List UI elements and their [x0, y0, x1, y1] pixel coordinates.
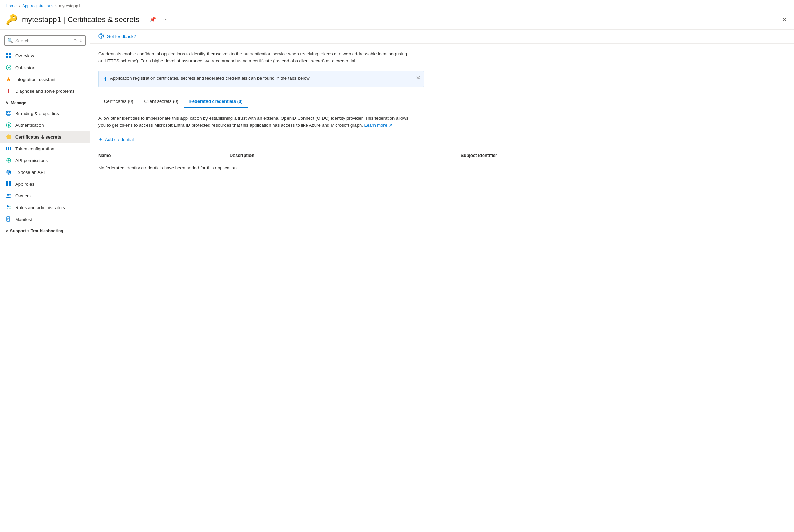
sidebar-item-integration-label: Integration assistant: [15, 77, 55, 82]
main-container: 🔍 ◇ « Overview: [0, 30, 794, 532]
learn-more-link[interactable]: Learn more ↗: [364, 123, 392, 128]
sidebar-item-app-roles[interactable]: App roles: [0, 178, 90, 190]
pin-button[interactable]: 📌: [148, 15, 158, 24]
svg-text:i: i: [9, 220, 9, 222]
svg-point-25: [7, 194, 9, 196]
svg-rect-2: [6, 56, 8, 58]
integration-icon: [6, 76, 12, 82]
sidebar-item-token[interactable]: Token configuration: [0, 143, 90, 154]
search-controls: ◇ «: [73, 37, 82, 44]
info-banner-close[interactable]: ✕: [416, 75, 420, 80]
svg-rect-14: [6, 147, 7, 150]
sidebar-item-authentication-label: Authentication: [15, 123, 44, 128]
sidebar-item-token-label: Token configuration: [15, 146, 54, 151]
sidebar-item-branding-label: Branding & properties: [15, 111, 59, 116]
col-name: Name: [98, 150, 230, 161]
info-icon: ℹ: [104, 76, 106, 82]
expose-api-icon: [6, 169, 12, 175]
page-header: 🔑 mytestapp1 | Certificates & secrets 📌 …: [0, 12, 794, 30]
svg-point-36: [101, 37, 102, 38]
sidebar-item-roles-admin-label: Roles and administrators: [15, 205, 65, 210]
feedback-bar[interactable]: Got feedback?: [90, 30, 794, 44]
search-collapse-btn[interactable]: «: [79, 37, 82, 44]
branding-icon: [6, 110, 12, 116]
sidebar-item-overview[interactable]: Overview: [0, 50, 90, 62]
search-filter-btn[interactable]: ◇: [73, 37, 77, 44]
svg-rect-3: [9, 56, 11, 58]
sidebar-item-quickstart-label: Quickstart: [15, 65, 36, 70]
manage-section-header[interactable]: ∨ Manage: [0, 97, 90, 107]
sidebar-item-authentication[interactable]: Authentication: [0, 119, 90, 131]
cert-icon: [6, 134, 12, 140]
svg-marker-28: [9, 206, 11, 207]
content-area: Got feedback? Credentials enable confide…: [90, 30, 794, 532]
empty-message: No federated identity credentials have b…: [98, 161, 786, 175]
sidebar-item-integration[interactable]: Integration assistant: [0, 73, 90, 85]
owners-icon: [6, 193, 12, 199]
feedback-text: Got feedback?: [107, 34, 136, 39]
support-section-label: Support + Troubleshooting: [10, 229, 63, 233]
svg-marker-5: [8, 66, 10, 69]
token-icon: [6, 145, 12, 152]
sidebar-item-expose-api-label: Expose an API: [15, 170, 45, 175]
diagnose-icon: [6, 88, 12, 94]
svg-rect-0: [6, 53, 8, 55]
svg-rect-23: [6, 184, 8, 186]
manifest-icon: i: [6, 216, 12, 222]
sidebar-item-roles-admin[interactable]: Roles and administrators: [0, 202, 90, 213]
col-description: Description: [230, 150, 461, 161]
sidebar-item-manifest[interactable]: i Manifest: [0, 213, 90, 225]
sidebar-item-app-roles-label: App roles: [15, 181, 34, 187]
svg-rect-1: [9, 53, 11, 55]
sidebar-item-branding[interactable]: Branding & properties: [0, 107, 90, 119]
col-subject-identifier: Subject Identifier: [461, 150, 786, 161]
support-section-header[interactable]: > Support + Troubleshooting: [0, 225, 90, 236]
sidebar-item-diagnose[interactable]: Diagnose and solve problems: [0, 85, 90, 97]
svg-rect-21: [6, 181, 8, 184]
table-empty-row: No federated identity credentials have b…: [98, 161, 786, 175]
add-credential-button[interactable]: ＋ Add credential: [98, 134, 134, 144]
search-input[interactable]: [15, 38, 71, 43]
sidebar-item-expose-api[interactable]: Expose an API: [0, 166, 90, 178]
svg-rect-22: [9, 181, 11, 184]
tab-federated-credentials[interactable]: Federated credentials (0): [184, 95, 248, 108]
sidebar-item-owners-label: Owners: [15, 193, 31, 198]
tab-client-secrets[interactable]: Client secrets (0): [139, 95, 184, 108]
svg-point-18: [8, 160, 9, 161]
svg-rect-16: [10, 147, 11, 150]
description-text: Credentials enable confidential applicat…: [98, 51, 410, 64]
sidebar-item-quickstart[interactable]: Quickstart: [0, 62, 90, 73]
credentials-table: Name Description Subject Identifier No f…: [98, 150, 786, 175]
sidebar-item-diagnose-label: Diagnose and solve problems: [15, 89, 74, 94]
table-header-row: Name Description Subject Identifier: [98, 150, 786, 161]
breadcrumb-current: mytestapp1: [59, 3, 80, 8]
sidebar-item-certificates[interactable]: Certificates & secrets: [0, 131, 90, 143]
svg-point-26: [9, 194, 11, 196]
page-title: mytestapp1 | Certificates & secrets: [22, 15, 140, 24]
sidebar-item-owners[interactable]: Owners: [0, 190, 90, 202]
manage-section-label: Manage: [11, 100, 26, 105]
sidebar-item-overview-label: Overview: [15, 53, 34, 59]
info-banner: ℹ Application registration certificates,…: [98, 71, 424, 87]
sidebar-item-certificates-label: Certificates & secrets: [15, 134, 61, 140]
info-banner-text: Application registration certificates, s…: [110, 76, 418, 81]
tabs-container: Certificates (0) Client secrets (0) Fede…: [98, 95, 786, 108]
breadcrumb-home[interactable]: Home: [6, 3, 17, 8]
support-expand-icon: >: [6, 229, 8, 233]
close-button[interactable]: ✕: [780, 15, 788, 25]
sidebar-item-api-permissions-label: API permissions: [15, 158, 48, 163]
page-title-actions: 📌 ···: [148, 15, 169, 24]
manage-collapse-icon: ∨: [6, 100, 9, 105]
sidebar-item-api-permissions[interactable]: API permissions: [0, 154, 90, 166]
app-roles-icon: [6, 181, 12, 187]
feedback-icon: [98, 33, 104, 40]
add-icon: ＋: [98, 136, 103, 142]
tab-certificates[interactable]: Certificates (0): [98, 95, 139, 108]
more-button[interactable]: ···: [162, 15, 169, 24]
overview-icon: [6, 53, 12, 59]
page-header-left: 🔑 mytestapp1 | Certificates & secrets 📌 …: [6, 14, 169, 25]
breadcrumb: Home › App registrations › mytestapp1: [0, 0, 794, 12]
breadcrumb-app-registrations[interactable]: App registrations: [22, 3, 53, 8]
federated-description: Allow other identities to impersonate th…: [98, 115, 410, 128]
search-box[interactable]: 🔍 ◇ «: [4, 35, 86, 46]
